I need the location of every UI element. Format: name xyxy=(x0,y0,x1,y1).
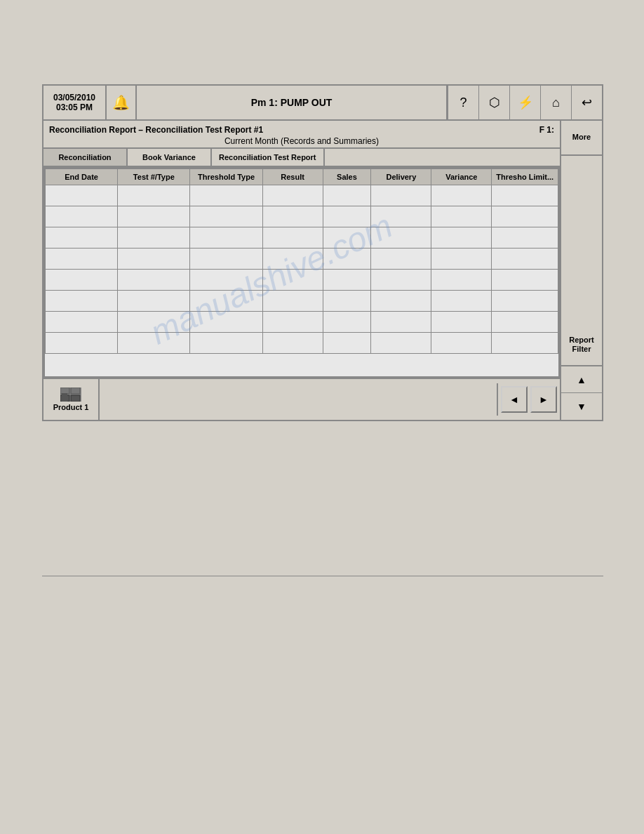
sidebar-spacer xyxy=(561,156,602,324)
datetime-display: 03/05/2010 03:05 PM xyxy=(43,86,107,119)
tab-book-variance[interactable]: Book Variance xyxy=(128,149,212,166)
scroll-down-button[interactable]: ▼ xyxy=(561,393,602,420)
table-row xyxy=(46,249,558,270)
table-body xyxy=(46,185,558,354)
back-icon[interactable]: ↩ xyxy=(571,86,602,119)
date-text: 03/05/2010 xyxy=(53,93,95,102)
report-filter-button[interactable]: Report Filter xyxy=(561,324,602,366)
product-grid-icon xyxy=(60,388,81,402)
scroll-up-button[interactable]: ▲ xyxy=(561,366,602,393)
bell-icon[interactable]: 🔔 xyxy=(107,86,137,119)
svg-rect-2 xyxy=(60,395,69,402)
lightning-icon[interactable]: ⚡ xyxy=(509,86,540,119)
more-button[interactable]: More xyxy=(561,121,602,156)
col-result: Result xyxy=(262,169,323,185)
table-header-row: End Date Test #/Type Threshold Type Resu… xyxy=(46,169,558,185)
help-icon[interactable]: ? xyxy=(448,86,478,119)
nav-right-button[interactable]: ► xyxy=(530,386,557,413)
col-test-type: Test #/Type xyxy=(118,169,190,185)
table-row xyxy=(46,312,558,333)
f1-label: F 1: xyxy=(539,125,554,135)
report-subtitle: Current Month (Records and Summaries) xyxy=(49,136,554,146)
table-row xyxy=(46,206,558,227)
col-variance: Variance xyxy=(431,169,492,185)
time-text: 03:05 PM xyxy=(56,102,93,112)
header-bar: 03/05/2010 03:05 PM 🔔 Pm 1: PUMP OUT ? ⬡… xyxy=(43,86,602,121)
nav-left-button[interactable]: ◄ xyxy=(501,386,528,413)
cube-icon[interactable]: ⬡ xyxy=(478,86,509,119)
header-title: Pm 1: PUMP OUT xyxy=(137,86,446,119)
main-container: 03/05/2010 03:05 PM 🔔 Pm 1: PUMP OUT ? ⬡… xyxy=(42,84,603,421)
nav-buttons: ◄ ► xyxy=(497,383,560,416)
table-row xyxy=(46,270,558,291)
data-table: End Date Test #/Type Threshold Type Resu… xyxy=(45,168,558,354)
product-button[interactable]: Product 1 xyxy=(43,379,100,420)
tab-reconciliation-test-report[interactable]: Reconciliation Test Report xyxy=(212,149,325,166)
report-title-row: Reconciliation Report – Reconciliation T… xyxy=(49,125,554,135)
product-icon xyxy=(60,388,81,402)
right-sidebar: More Report Filter ▲ ▼ xyxy=(560,121,602,420)
tabs-row: Reconciliation Book Variance Reconciliat… xyxy=(43,147,560,167)
col-sales: Sales xyxy=(323,169,371,185)
home-icon[interactable]: ⌂ xyxy=(540,86,571,119)
table-row xyxy=(46,185,558,206)
table-row xyxy=(46,333,558,354)
tab-reconciliation[interactable]: Reconciliation xyxy=(43,149,128,166)
report-title-area: Reconciliation Report – Reconciliation T… xyxy=(43,121,560,147)
svg-rect-1 xyxy=(71,388,80,394)
col-threshold-type: Threshold Type xyxy=(190,169,262,185)
col-threshold-limit: Thresho Limit... xyxy=(492,169,558,185)
svg-rect-3 xyxy=(71,395,80,402)
table-row xyxy=(46,291,558,312)
header-icons: ? ⬡ ⚡ ⌂ ↩ xyxy=(446,86,602,119)
bottom-bar: Product 1 ◄ ► xyxy=(43,378,560,420)
report-title: Reconciliation Report – Reconciliation T… xyxy=(49,125,263,135)
left-panel: Reconciliation Report – Reconciliation T… xyxy=(43,121,560,420)
main-content: Reconciliation Report – Reconciliation T… xyxy=(43,121,602,420)
col-end-date: End Date xyxy=(46,169,118,185)
svg-rect-0 xyxy=(60,388,69,394)
col-delivery: Delivery xyxy=(371,169,431,185)
page-divider xyxy=(42,576,603,576)
table-row xyxy=(46,227,558,249)
product-label: Product 1 xyxy=(53,403,89,411)
data-table-container: End Date Test #/Type Threshold Type Resu… xyxy=(43,167,560,378)
